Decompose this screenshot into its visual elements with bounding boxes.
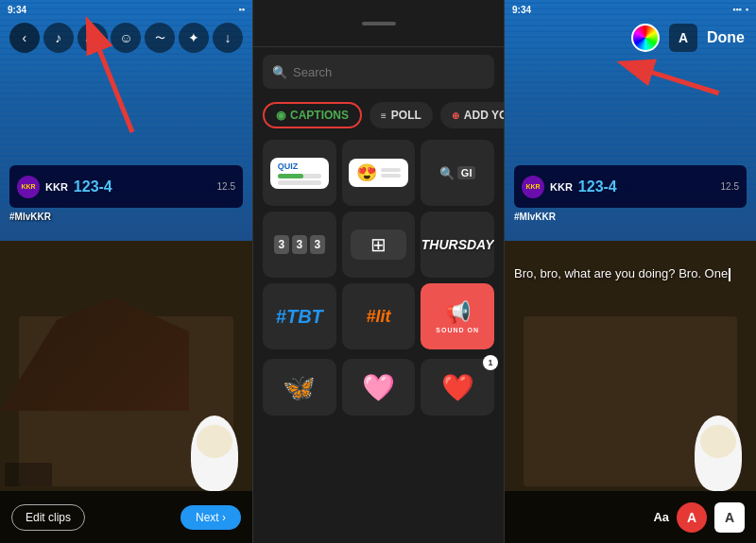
emoji-bar-1 [381, 168, 400, 172]
thursday-label: THURSDAY [421, 237, 494, 252]
poll-category[interactable]: ≡ POLL [369, 102, 433, 128]
panel-2-sticker-picker: 🔍 ◉ CAPTIONS ≡ POLL ⊕ ADD YOURS QUIZ [252, 0, 505, 543]
topbar-3: A Done [505, 17, 756, 59]
lit-sticker[interactable]: #lit [342, 283, 416, 349]
blue-heart-sticker[interactable]: 🦋 [263, 359, 336, 416]
add-yours-label: ADD YOURS [464, 109, 504, 122]
hashtag-3: #MIvKKR [514, 212, 556, 222]
team-name-3: KKR [550, 181, 573, 193]
poll-label: POLL [391, 109, 421, 122]
signal-icons-3: ▪▪▪ [732, 5, 742, 14]
emoji-sticker[interactable]: 😍 [342, 140, 416, 206]
hearts-row: 🦋 🩷 ❤️ 1 [253, 355, 504, 419]
quiz-bar [278, 174, 304, 178]
edit-clips-button[interactable]: Edit clips [11, 504, 85, 531]
thursday-sticker[interactable]: THURSDAY [421, 212, 494, 278]
caption-text: Bro, bro, what are you doing? Bro. One [514, 264, 747, 283]
heart-badge: 1 [483, 355, 498, 370]
font-bg-button[interactable]: A [714, 502, 745, 533]
red-heart-icon: ❤️ [441, 372, 474, 403]
text-cursor [729, 268, 730, 281]
add-yours-category[interactable]: ⊕ ADD YOURS [440, 102, 504, 128]
time-3: 9:34 [512, 5, 531, 15]
quiz-title: QUIZ [278, 161, 321, 171]
status-bar-3: 9:34 ▪▪▪ ▪ [505, 0, 756, 19]
font-color-icon: A [687, 510, 696, 525]
battery-icon-3: ▪ [746, 5, 748, 14]
time-1: 9:34 [8, 5, 26, 15]
pink-heart-sticker[interactable]: 🩷 [342, 359, 416, 416]
speaker-icon: 📢 [445, 300, 471, 325]
add-yours-icon: ⊕ [452, 110, 459, 121]
next-button[interactable]: Next › [180, 505, 241, 530]
quiz-sticker[interactable]: QUIZ [263, 140, 336, 206]
kkr-logo-3: KKR [522, 176, 544, 198]
sticker-grid: QUIZ 😍 🔍 GI 3 3 3 [253, 134, 504, 355]
tbt-sticker[interactable]: #TBT [263, 283, 336, 349]
search-bar[interactable]: 🔍 [263, 55, 494, 89]
svg-line-1 [94, 38, 132, 132]
search-gif-icon: 🔍 [439, 166, 455, 180]
font-color-button[interactable]: A [677, 502, 707, 533]
search-input[interactable] [293, 65, 485, 79]
color-picker-button[interactable] [631, 24, 660, 52]
plus-sticker[interactable]: ⊞ [342, 212, 416, 278]
soundon-sticker[interactable]: 📢 SOUND ON [421, 283, 494, 349]
panel-3-caption-editor: 9:34 ▪▪▪ ▪ A Done KKR KKR 123-4 12.5 #MI… [505, 0, 756, 543]
numbers-sticker[interactable]: 3 3 3 [263, 212, 336, 278]
captions-category[interactable]: ◉ CAPTIONS [263, 102, 362, 128]
shelf-item [5, 463, 52, 486]
gif-sticker[interactable]: 🔍 GI [421, 140, 494, 206]
rate-3: 12.5 [721, 181, 739, 192]
download-icon: ↓ [224, 30, 231, 45]
toy-figure-3 [695, 416, 742, 491]
drag-handle [362, 22, 396, 25]
download-button[interactable]: ↓ [213, 23, 243, 53]
captions-icon: ◉ [276, 109, 285, 122]
back-button[interactable]: ‹ [9, 23, 40, 53]
score-3: 123-4 [578, 178, 617, 195]
emoji-heart-eyes: 😍 [356, 162, 377, 183]
toy-face-3 [700, 425, 736, 458]
plus-icon: ⊞ [370, 233, 387, 256]
font-bg-icon: A [725, 510, 734, 525]
sticker-categories: ◉ CAPTIONS ≡ POLL ⊕ ADD YOURS [253, 96, 504, 134]
red-heart-sticker[interactable]: ❤️ 1 [421, 359, 494, 416]
emoji-bar-2 [381, 174, 400, 178]
sparkle-button[interactable]: ✦ [179, 23, 209, 53]
bottom-toolbar-3: Aa A A [505, 491, 756, 543]
music-button[interactable]: ♪ [43, 23, 74, 53]
gif-label: GI [457, 166, 476, 179]
tbt-label: #TBT [276, 306, 323, 328]
chevron-left-icon: ‹ [23, 30, 27, 45]
kkr-logo: KKR [17, 176, 40, 198]
score-1: 123-4 [74, 178, 112, 195]
blue-heart-icon: 🦋 [283, 372, 316, 403]
panel-1-video-editor: 9:34 ▪▪ ‹ ♪ Aa ☺ 〜 ✦ ↓ [0, 0, 252, 543]
captions-label: CAPTIONS [290, 109, 349, 122]
quiz-bar-2 [278, 180, 321, 185]
number-display: 3 3 3 [274, 235, 325, 254]
next-label: Next › [196, 511, 226, 524]
poll-icon: ≡ [381, 110, 387, 121]
search-icon: 🔍 [272, 65, 287, 79]
music-icon: ♪ [55, 30, 61, 45]
pink-heart-icon: 🩷 [362, 372, 395, 403]
arrow-annotation-1 [85, 28, 161, 145]
toy-face [197, 425, 232, 458]
status-bar-1: 9:34 ▪▪ [0, 0, 252, 19]
team-name-1: KKR [45, 181, 68, 193]
battery-icon-1: ▪▪ [239, 5, 245, 14]
soundon-label: SOUND ON [436, 327, 479, 333]
scoreboard-3: KKR KKR 123-4 12.5 [514, 165, 747, 208]
lit-label: #lit [366, 307, 390, 327]
sparkle-icon: ✦ [188, 30, 199, 45]
panel2-header [253, 0, 504, 47]
scoreboard-1: KKR KKR 123-4 12.5 [9, 165, 243, 208]
bottom-bar-1: Edit clips Next › [0, 491, 252, 543]
hashtag-1: #MIvKKR [9, 212, 51, 222]
rate-1: 12.5 [217, 181, 235, 192]
aa-label: Aa [653, 510, 669, 524]
caption-area: Bro, bro, what are you doing? Bro. One [514, 264, 747, 283]
toy-figure [191, 416, 238, 491]
